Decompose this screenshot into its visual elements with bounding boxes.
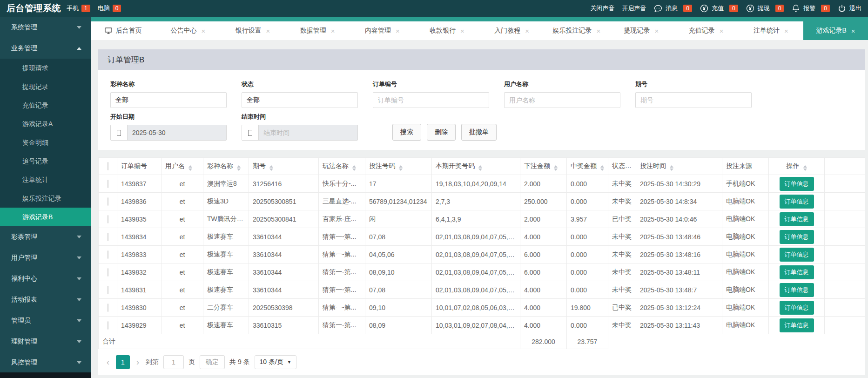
sidebar-item-funds-detail[interactable]: 资金明细: [0, 133, 91, 152]
batch-cancel-button[interactable]: 批撤单: [461, 124, 497, 141]
close-icon[interactable]: ×: [460, 27, 464, 35]
close-icon[interactable]: ×: [525, 27, 529, 35]
sidebar-item-withdraw-request[interactable]: 提现请求: [0, 59, 91, 77]
close-icon[interactable]: ×: [596, 27, 600, 35]
row-checkbox[interactable]: [108, 268, 108, 277]
order-info-button[interactable]: 订单信息: [780, 301, 814, 315]
sidebar-item-entertainment-bet-records[interactable]: 娱乐投注记录: [0, 189, 91, 208]
tab-game-records-b[interactable]: 游戏记录B×: [803, 21, 868, 40]
issue-input[interactable]: [635, 92, 752, 108]
tab-receiving-bank[interactable]: 收款银行×: [415, 21, 479, 40]
delete-button[interactable]: 删除: [427, 124, 456, 141]
close-icon[interactable]: ×: [396, 27, 400, 35]
order-info-button[interactable]: 订单信息: [780, 230, 814, 244]
tab-bank-settings[interactable]: 银行设置×: [220, 21, 285, 40]
sidebar-item-recharge-records[interactable]: 充值记录: [0, 96, 91, 115]
tab-recharge-records[interactable]: 充值记录×: [674, 21, 739, 40]
order-info-button[interactable]: 订单信息: [780, 177, 814, 191]
tab-notice-center[interactable]: 公告中心×: [155, 21, 220, 40]
user-header[interactable]: 用户名: [161, 158, 203, 175]
tab-withdraw-records[interactable]: 提现记录×: [609, 21, 673, 40]
sort-icon[interactable]: [352, 165, 356, 171]
sidebar-item-game-records-a[interactable]: 游戏记录A: [0, 115, 91, 133]
sort-icon[interactable]: [237, 165, 241, 171]
start-date-picker[interactable]: [110, 125, 227, 141]
close-icon[interactable]: ×: [720, 27, 724, 35]
close-icon[interactable]: ×: [851, 27, 855, 35]
row-checkbox[interactable]: [108, 215, 108, 223]
status-header[interactable]: 状态: [608, 158, 636, 175]
sidebar-group-welfare[interactable]: 福利中心: [0, 268, 91, 289]
sort-icon[interactable]: [600, 165, 604, 171]
order-info-button[interactable]: 订单信息: [780, 265, 814, 279]
order-info-button[interactable]: 订单信息: [780, 248, 814, 262]
topbar-item-withdraw[interactable]: 提现0: [746, 4, 784, 13]
sidebar-group-business[interactable]: 业务管理: [0, 38, 91, 59]
tab-bet-stats[interactable]: 注单统计×: [739, 21, 803, 40]
sort-icon[interactable]: [554, 165, 558, 171]
tab-data-management[interactable]: 数据管理×: [285, 21, 350, 40]
order-id-input[interactable]: [373, 92, 489, 108]
tab-tutorial[interactable]: 入门教程×: [479, 21, 544, 40]
tab-entertainment-bet-records[interactable]: 娱乐投注记录×: [544, 21, 609, 40]
sound-off-link[interactable]: 关闭声音: [590, 4, 614, 13]
topbar-item-recharge[interactable]: 充值0: [700, 4, 738, 13]
end-time-input[interactable]: [259, 125, 357, 140]
play-header[interactable]: 玩法名称: [319, 158, 365, 175]
order-info-button[interactable]: 订单信息: [780, 195, 814, 209]
topbar-item-messages[interactable]: 消息0: [653, 4, 692, 13]
page-size-select[interactable]: 10 条/页 ▼: [255, 355, 296, 369]
sort-icon[interactable]: [269, 165, 273, 171]
sidebar-group-lottery[interactable]: 彩票管理: [0, 226, 91, 247]
search-button[interactable]: 搜索: [392, 124, 421, 141]
issue-header[interactable]: 期号: [249, 158, 319, 175]
win-header[interactable]: 中奖金额: [567, 158, 608, 175]
logout-button[interactable]: 退出: [837, 4, 861, 13]
bet-header[interactable]: 下注金额: [520, 158, 567, 175]
sidebar-item-game-records-b[interactable]: 游戏记录B: [0, 208, 91, 226]
order-info-button[interactable]: 订单信息: [780, 318, 814, 332]
tab-home[interactable]: 后台首页: [91, 21, 155, 40]
current-page-button[interactable]: 1: [116, 355, 130, 369]
sort-icon[interactable]: [478, 165, 482, 171]
sound-on-link[interactable]: 开启声音: [622, 4, 646, 13]
lottery-name-input[interactable]: [110, 92, 227, 108]
action-header[interactable]: 操作: [769, 158, 825, 175]
row-checkbox[interactable]: [108, 233, 108, 241]
chevron-right-icon[interactable]: ›: [135, 358, 141, 367]
sidebar-group-system[interactable]: 系统管理: [0, 17, 91, 38]
topbar-item-alarm[interactable]: 报警0: [791, 4, 830, 13]
row-checkbox[interactable]: [108, 180, 108, 188]
status-input[interactable]: [242, 92, 358, 108]
order-info-button[interactable]: 订单信息: [780, 283, 814, 297]
order-info-button[interactable]: 订单信息: [780, 212, 814, 226]
row-checkbox[interactable]: [108, 304, 108, 312]
end-time-picker[interactable]: [242, 125, 358, 141]
sidebar-item-withdraw-records[interactable]: 提现记录: [0, 77, 91, 96]
close-icon[interactable]: ×: [784, 27, 788, 35]
goto-page-input[interactable]: [163, 355, 184, 369]
sidebar-group-finance[interactable]: 理财管理: [0, 331, 91, 352]
sidebar-group-admin[interactable]: 管理员: [0, 310, 91, 331]
sidebar-group-user[interactable]: 用户管理: [0, 247, 91, 268]
close-icon[interactable]: ×: [266, 27, 270, 35]
sort-icon[interactable]: [670, 165, 673, 171]
row-checkbox[interactable]: [108, 250, 108, 259]
sidebar-group-risk[interactable]: 风控管理: [0, 352, 91, 373]
chevron-left-icon[interactable]: ‹: [105, 358, 111, 367]
time-header[interactable]: 投注时间: [636, 158, 722, 175]
sort-icon[interactable]: [803, 165, 807, 171]
close-icon[interactable]: ×: [331, 27, 335, 35]
close-icon[interactable]: ×: [655, 27, 659, 35]
sort-icon[interactable]: [188, 165, 192, 171]
row-checkbox[interactable]: [108, 286, 108, 294]
numbers-header[interactable]: 投注号码: [365, 158, 432, 175]
sidebar-item-chase-records[interactable]: 追号记录: [0, 152, 91, 170]
lottery-header[interactable]: 彩种名称: [203, 158, 249, 175]
row-checkbox[interactable]: [108, 321, 108, 330]
close-icon[interactable]: ×: [201, 27, 205, 35]
select-all-checkbox[interactable]: [108, 162, 108, 170]
sort-icon[interactable]: [399, 165, 403, 171]
start-date-input[interactable]: [128, 125, 226, 140]
sidebar-group-activity[interactable]: 活动报表: [0, 289, 91, 310]
